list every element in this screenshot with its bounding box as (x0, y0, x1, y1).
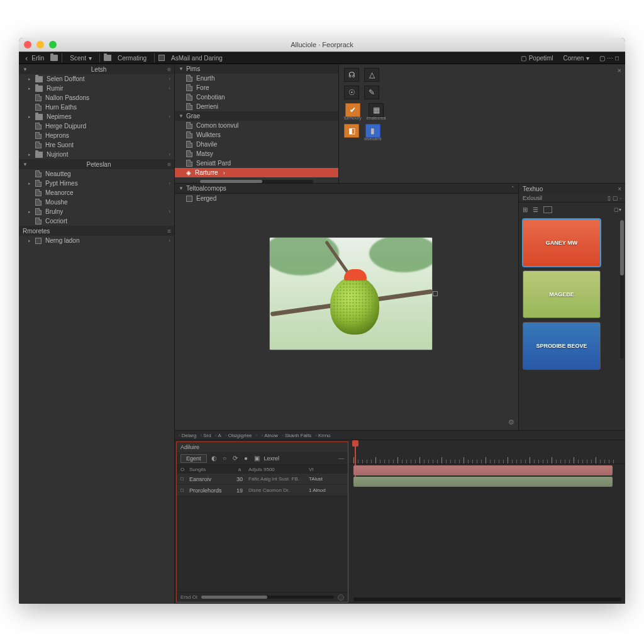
timeline-primary-button[interactable]: Egent (180, 454, 207, 463)
sidebar-item[interactable]: Cocriort (19, 216, 174, 226)
disclosure-triangle-icon[interactable]: ▼ (179, 186, 184, 191)
thumbnail[interactable]: SPRODIBE BEOVE (523, 322, 601, 370)
plist-section-header[interactable]: ▼Grae (175, 111, 338, 121)
sidebar-item[interactable]: ▸Rumir› (19, 84, 174, 93)
sidebar-item[interactable]: Neautteg (19, 169, 174, 179)
sidebar-item[interactable]: Hre Suont (19, 140, 174, 150)
thumbs-scrollbar[interactable] (620, 220, 624, 358)
sidebar-section-header[interactable]: ▼Letsh≡ (19, 64, 174, 74)
plist-section-header[interactable]: ▼Pims (175, 64, 338, 74)
plist-item[interactable]: Enurth (175, 74, 338, 83)
timeline-tracks[interactable]: × (350, 440, 625, 604)
plist-item[interactable]: Wulkters (175, 130, 338, 140)
tool-btn-8[interactable]: ▮ (365, 124, 380, 138)
track-clip-2[interactable] (353, 477, 613, 487)
tl-icon[interactable]: ⟳ (232, 455, 239, 462)
toolbar-right-2[interactable]: Cornen ▾ (560, 53, 594, 63)
thumbnail[interactable]: MAGEBE (523, 270, 601, 318)
sidebar-item[interactable]: ▸Selen Doffont› (19, 74, 174, 84)
sidebar-section-header[interactable]: Rmoretes≡ (19, 226, 174, 236)
tool-btn-7[interactable]: ◧ (344, 124, 359, 138)
toolbar-right-1[interactable]: ▢ Popetiml (517, 53, 557, 63)
resize-handle[interactable] (433, 291, 438, 296)
view-box-icon[interactable] (543, 206, 552, 213)
close-icon[interactable]: × (618, 67, 621, 74)
breadcrumb-2[interactable]: AsMail and Daring (167, 53, 226, 63)
tool-btn-5[interactable]: ✔ (345, 103, 360, 117)
close-icon[interactable]: × (618, 186, 621, 192)
plist-item[interactable]: Comon toonvul (175, 121, 338, 130)
thumbnail[interactable]: GANEY MW (523, 219, 601, 267)
sidebar-item[interactable]: ▸Nerng ladon› (19, 236, 174, 245)
plist-scrollbar[interactable] (200, 180, 313, 183)
timeline-layer-row[interactable]: □Prorolehords19Disne Caomon Dr.1 Alnod (177, 485, 348, 496)
back-button[interactable]: Erlin (21, 52, 48, 64)
plist-item[interactable]: Conbotian (175, 92, 338, 102)
minimize-window-button[interactable] (36, 41, 44, 48)
plist-item[interactable]: Matsy (175, 149, 338, 158)
timeline-toolbar: Egent ◐ ○ ⟳ ● ▣ Lexrel — (177, 452, 348, 465)
timeline-last-label: Lexrel (264, 455, 280, 462)
plist-item[interactable]: Derrieni (175, 102, 338, 111)
sidebar-item[interactable]: ▸Brulny› (19, 207, 174, 216)
status-item[interactable]: ▫ Alnow (261, 433, 278, 438)
sidebar-item[interactable]: Moushe (19, 197, 174, 207)
timeline-zoom-slider[interactable] (201, 596, 334, 599)
gear-icon[interactable]: ⚙ (508, 418, 514, 426)
track-clip-1[interactable] (353, 465, 613, 475)
timeline-zoom-knob[interactable] (338, 594, 344, 601)
status-item[interactable]: ▫ A (215, 433, 221, 438)
sidebar-item[interactable]: Nallon Pasdons (19, 93, 174, 103)
sidebar-item[interactable]: Herge Dujpurd (19, 121, 174, 131)
status-item[interactable]: ▫ Skanh Faits (282, 433, 311, 438)
status-item[interactable]: ▫ Srd (200, 433, 211, 438)
status-item[interactable]: ▫ Krrno (315, 433, 330, 438)
status-item[interactable]: ▫ Olsigigriee (225, 433, 252, 438)
viewer-panel: ▼ Teltoalcomops ˄ Eerged (175, 184, 518, 430)
grid-icon[interactable]: ⊞ (523, 206, 528, 213)
status-item[interactable]: ▫ Delarg (179, 433, 196, 438)
tool-btn-2[interactable]: △ (364, 68, 379, 82)
separator (154, 53, 155, 62)
tool-grid-panel: × ☊ △ ☉ ✎ ✔ turmoury (338, 64, 625, 183)
plist-item[interactable]: Fore (175, 83, 338, 92)
sidebar-item[interactable]: Meanorce (19, 188, 174, 197)
thumbs-menu-icon[interactable]: ▢▾ (614, 207, 621, 213)
timeline-ruler[interactable] (350, 440, 625, 464)
viewer-header: ▼ Teltoalcomops ˄ (175, 184, 518, 194)
timeline-tab[interactable]: Adiluire (177, 442, 348, 452)
timeline-h-scrollbar[interactable] (353, 597, 621, 601)
viewer-header-minimize[interactable]: ˄ (511, 186, 514, 192)
canvas-frame[interactable] (269, 237, 433, 350)
list-icon[interactable]: ☰ (533, 206, 538, 213)
fruit (330, 277, 379, 335)
tool-btn-3[interactable]: ☉ (344, 86, 359, 99)
toolbar-extra-icons[interactable]: ▢ ⋯ □ (596, 53, 623, 63)
timeline-layer-row[interactable]: □Eansroiv30Faltc Aaig int Sust. FB.TAlus… (177, 474, 348, 485)
breadcrumb-1[interactable]: Cermating (114, 53, 150, 63)
tl-icon[interactable]: ○ (221, 455, 228, 462)
status-item[interactable]: ▫ (256, 433, 258, 438)
sidebar-item[interactable]: ▸Pypt Hirnes› (19, 179, 174, 188)
sidebar-section-header[interactable]: ▼Peteslan≡ (19, 159, 174, 169)
thumbs-sub-icons[interactable]: ▯ ▢ · (608, 195, 621, 201)
tool-btn-6[interactable]: ▦ (369, 103, 384, 117)
search-dropdown[interactable]: Scent ▾ (66, 53, 96, 63)
viewer-canvas-area[interactable]: ⚙ (175, 203, 518, 430)
plist-item[interactable]: Seniatt Pard (175, 158, 338, 168)
sidebar-item[interactable]: ▸Nepimes› (19, 112, 174, 121)
close-window-button[interactable] (24, 41, 31, 48)
plist-item-selected[interactable]: ◈Rarturre› (175, 168, 338, 177)
tl-icon[interactable]: ● (243, 455, 250, 462)
sidebar-item[interactable]: Hurn Eaths (19, 103, 174, 112)
tool-btn-1[interactable]: ☊ (344, 68, 359, 82)
tl-col-header: a (231, 467, 248, 472)
tl-icon[interactable]: ◐ (211, 455, 218, 462)
sidebar-item[interactable]: ▸Nujriont› (19, 150, 174, 159)
sidebar-item[interactable]: Heprons (19, 131, 174, 140)
timeline-menu-icon[interactable]: — (338, 455, 344, 462)
plist-item[interactable]: Dhavile (175, 140, 338, 149)
zoom-window-button[interactable] (49, 41, 57, 48)
tool-btn-4[interactable]: ✎ (364, 86, 379, 99)
tl-icon[interactable]: ▣ (253, 455, 260, 462)
